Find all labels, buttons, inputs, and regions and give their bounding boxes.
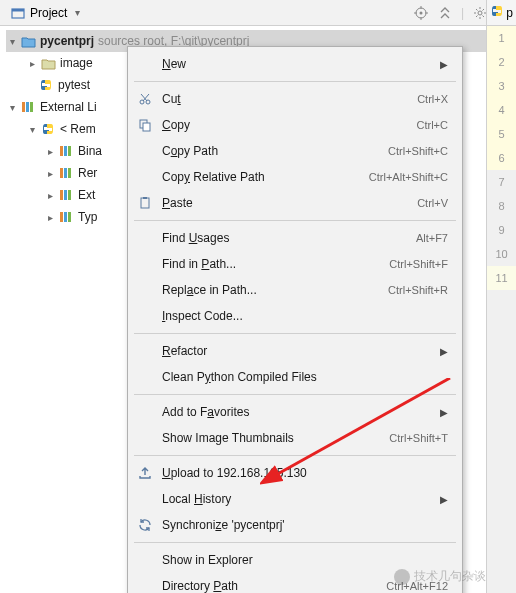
svg-rect-22 bbox=[64, 146, 67, 156]
line-number: 5 bbox=[487, 122, 516, 146]
blank-icon bbox=[136, 142, 154, 160]
menu-item-shortcut: Ctrl+X bbox=[417, 93, 448, 105]
chevron-down-icon: ▾ bbox=[71, 7, 83, 18]
divider: | bbox=[461, 6, 464, 20]
svg-rect-18 bbox=[22, 102, 25, 112]
svg-line-15 bbox=[476, 15, 478, 17]
svg-rect-31 bbox=[64, 212, 67, 222]
tree-external-label: External Li bbox=[38, 100, 97, 114]
menu-item-label: Clean Python Compiled Files bbox=[162, 370, 448, 384]
menu-item-label: Directory Path bbox=[162, 579, 378, 593]
tree-remote-label: < Rem bbox=[58, 122, 96, 136]
menu-separator bbox=[134, 220, 456, 221]
svg-rect-32 bbox=[68, 212, 71, 222]
chevron-right-icon: ▸ bbox=[44, 212, 56, 223]
tree-item-label: pytest bbox=[56, 78, 90, 92]
svg-rect-24 bbox=[60, 168, 63, 178]
menu-item[interactable]: CutCtrl+X bbox=[128, 86, 462, 112]
editor-tab[interactable]: p bbox=[486, 0, 516, 26]
line-number: 6 bbox=[487, 146, 516, 170]
menu-item[interactable]: New▶ bbox=[128, 51, 462, 77]
collapse-icon[interactable] bbox=[437, 5, 453, 21]
blank-icon bbox=[136, 55, 154, 73]
menu-item[interactable]: Refactor▶ bbox=[128, 338, 462, 364]
line-number: 11 bbox=[487, 266, 516, 290]
target-icon[interactable] bbox=[413, 5, 429, 21]
blank-icon bbox=[136, 577, 154, 593]
paste-icon bbox=[136, 194, 154, 212]
menu-item[interactable]: Find in Path...Ctrl+Shift+F bbox=[128, 251, 462, 277]
chevron-right-icon: ▸ bbox=[26, 58, 38, 69]
watermark: 技术几句杂谈 bbox=[394, 568, 486, 585]
project-icon bbox=[10, 5, 26, 21]
svg-rect-23 bbox=[68, 146, 71, 156]
menu-item-label: Find Usages bbox=[162, 231, 408, 245]
tree-item-label: Rer bbox=[76, 166, 97, 180]
menu-item-shortcut: Alt+F7 bbox=[416, 232, 448, 244]
blank-icon bbox=[136, 368, 154, 386]
menu-separator bbox=[134, 81, 456, 82]
menu-item[interactable]: Upload to 192.168.105.130 bbox=[128, 460, 462, 486]
menu-item-shortcut: Ctrl+Shift+T bbox=[389, 432, 448, 444]
svg-rect-27 bbox=[60, 190, 63, 200]
menu-item-label: Synchronize 'pycentprj' bbox=[162, 518, 448, 532]
menu-item-shortcut: Ctrl+V bbox=[417, 197, 448, 209]
line-number: 9 bbox=[487, 218, 516, 242]
python-file-icon bbox=[38, 77, 54, 93]
menu-item[interactable]: Synchronize 'pycentprj' bbox=[128, 512, 462, 538]
editor-gutter: 1234567891011 bbox=[486, 26, 516, 593]
menu-item[interactable]: Replace in Path...Ctrl+Shift+R bbox=[128, 277, 462, 303]
menu-item-label: Copy Relative Path bbox=[162, 170, 361, 184]
chevron-down-icon: ▾ bbox=[26, 124, 38, 135]
menu-item[interactable]: Copy Relative PathCtrl+Alt+Shift+C bbox=[128, 164, 462, 190]
menu-item-shortcut: Ctrl+Shift+F bbox=[389, 258, 448, 270]
line-number: 10 bbox=[487, 242, 516, 266]
tree-item-label: Bina bbox=[76, 144, 102, 158]
blank-icon bbox=[136, 342, 154, 360]
menu-item[interactable]: PasteCtrl+V bbox=[128, 190, 462, 216]
menu-item[interactable]: Inspect Code... bbox=[128, 303, 462, 329]
watermark-text: 技术几句杂谈 bbox=[414, 568, 486, 585]
submenu-arrow-icon: ▶ bbox=[440, 346, 448, 357]
menu-item[interactable]: Local History▶ bbox=[128, 486, 462, 512]
svg-rect-39 bbox=[141, 198, 149, 208]
menu-item[interactable]: Add to Favorites▶ bbox=[128, 399, 462, 425]
line-number: 8 bbox=[487, 194, 516, 218]
menu-separator bbox=[134, 394, 456, 395]
blank-icon bbox=[136, 255, 154, 273]
menu-item[interactable]: Show Image ThumbnailsCtrl+Shift+T bbox=[128, 425, 462, 451]
menu-item-label: Show in Explorer bbox=[162, 553, 448, 567]
line-number: 4 bbox=[487, 98, 516, 122]
python-icon bbox=[40, 121, 56, 137]
menu-item-label: Replace in Path... bbox=[162, 283, 380, 297]
library-icon bbox=[58, 165, 74, 181]
line-number: 1 bbox=[487, 26, 516, 50]
menu-item-label: Paste bbox=[162, 196, 409, 210]
svg-line-16 bbox=[483, 9, 485, 11]
blank-icon bbox=[136, 307, 154, 325]
chevron-right-icon: ▸ bbox=[44, 168, 56, 179]
folder-icon bbox=[20, 33, 36, 49]
project-toolbar: Project ▾ | bbox=[0, 0, 516, 26]
svg-rect-19 bbox=[26, 102, 29, 112]
menu-item-label: Find in Path... bbox=[162, 257, 381, 271]
svg-rect-25 bbox=[64, 168, 67, 178]
menu-item[interactable]: Copy PathCtrl+Shift+C bbox=[128, 138, 462, 164]
menu-item[interactable]: Clean Python Compiled Files bbox=[128, 364, 462, 390]
tree-root-label: pycentprj bbox=[38, 34, 94, 48]
menu-item[interactable]: Find UsagesAlt+F7 bbox=[128, 225, 462, 251]
library-icon bbox=[58, 187, 74, 203]
menu-item[interactable]: CopyCtrl+C bbox=[128, 112, 462, 138]
context-menu: New▶CutCtrl+XCopyCtrl+CCopy PathCtrl+Shi… bbox=[127, 46, 463, 593]
sync-icon bbox=[136, 516, 154, 534]
svg-rect-38 bbox=[143, 123, 150, 131]
project-dropdown[interactable]: Project ▾ bbox=[4, 3, 89, 23]
menu-item-shortcut: Ctrl+Alt+Shift+C bbox=[369, 171, 448, 183]
menu-item-shortcut: Ctrl+Shift+C bbox=[388, 145, 448, 157]
menu-item-shortcut: Ctrl+Shift+R bbox=[388, 284, 448, 296]
line-number: 7 bbox=[487, 170, 516, 194]
svg-rect-28 bbox=[64, 190, 67, 200]
watermark-icon bbox=[394, 569, 410, 585]
blank-icon bbox=[136, 490, 154, 508]
menu-item-label: Upload to 192.168.105.130 bbox=[162, 466, 448, 480]
